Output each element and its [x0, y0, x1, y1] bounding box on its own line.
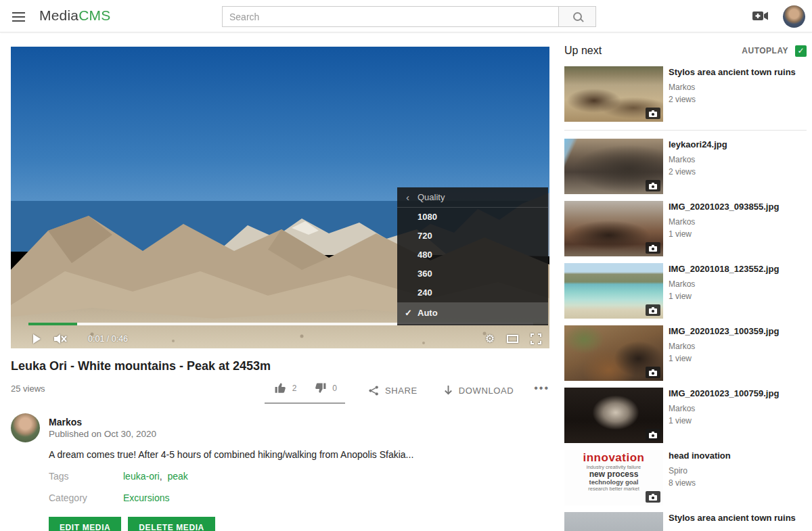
- more-options-button[interactable]: •••: [534, 382, 549, 400]
- dislike-count: 0: [332, 384, 337, 393]
- thumbnail-dark-cave: [564, 388, 663, 443]
- list-item-5[interactable]: IMG_20201023_100359.jpgMarkos1 view: [564, 325, 807, 381]
- up-next-sidebar: Up next AUTOPLAY ✓ Stylos area ancient t…: [564, 42, 807, 531]
- play-button[interactable]: [31, 333, 42, 344]
- item-author: Markos: [669, 217, 779, 227]
- list-item-7[interactable]: innovation industry creativity failure n…: [564, 450, 807, 505]
- list-item-1[interactable]: Stylos area ancient town ruinsMarkos2 vi…: [564, 66, 807, 122]
- list-item-4[interactable]: IMG_20201018_123552.jpgMarkos1 view: [564, 263, 807, 319]
- logo[interactable]: MediaCMS: [39, 7, 110, 24]
- search-input[interactable]: [222, 6, 558, 27]
- quality-option-720[interactable]: 720: [397, 227, 548, 246]
- item-title[interactable]: Stylos area ancient town ruins: [669, 67, 796, 78]
- list-item-3[interactable]: IMG_20201023_093855.jpgMarkos1 view: [564, 201, 807, 256]
- rating-group: 2 0: [265, 377, 345, 404]
- video-title: Leuka Ori - White mountains - Peak at 24…: [11, 359, 271, 373]
- quality-option-auto[interactable]: ✓ Auto: [397, 302, 548, 324]
- item-views: 2 views: [669, 95, 796, 104]
- category-value: Excursions: [123, 492, 169, 503]
- up-next-title: Up next: [564, 45, 602, 57]
- time-display: 0:01 / 0:46: [88, 334, 128, 344]
- thumbnail-beach: [564, 263, 663, 319]
- user-avatar[interactable]: [783, 5, 805, 28]
- logo-media: Media: [39, 7, 78, 23]
- thumbnail-ruins: [564, 66, 663, 122]
- item-author: Markos: [669, 83, 796, 92]
- category-link-excursions[interactable]: Excursions: [123, 492, 169, 503]
- download-icon: [443, 385, 453, 396]
- logo-cms: CMS: [78, 7, 110, 23]
- divider: [564, 130, 807, 131]
- camera-icon: [649, 245, 657, 252]
- thumbs-down-icon: [314, 382, 327, 394]
- item-title[interactable]: IMG_20201018_123552.jpg: [669, 264, 779, 275]
- thumbnail-misty-ruins: [564, 512, 663, 531]
- quality-option-1080[interactable]: 1080: [397, 208, 548, 227]
- camera-icon: [649, 307, 657, 314]
- list-item-2[interactable]: leykaori24.jpgMarkos2 views: [564, 139, 807, 194]
- item-title[interactable]: IMG_20201023_093855.jpg: [669, 202, 779, 212]
- delete-media-button[interactable]: DELETE MEDIA: [128, 517, 215, 531]
- item-author: Markos: [669, 404, 779, 413]
- list-item-6[interactable]: IMG_20201023_100759.jpgMarkos1 view: [564, 388, 807, 443]
- camera-badge: [646, 367, 660, 378]
- tags-list: leuka-ori, peak: [123, 471, 188, 482]
- quality-option-480[interactable]: 480: [397, 246, 548, 264]
- video-player[interactable]: ‹ Quality 1080 720 480 360 240 ✓ Auto 0:…: [11, 47, 549, 348]
- author-avatar[interactable]: [11, 413, 40, 442]
- list-item-8[interactable]: Stylos area ancient town ruins: [564, 512, 807, 531]
- action-bar: 2 0 SHARE DOWNLOAD •••: [11, 377, 549, 404]
- download-button[interactable]: DOWNLOAD: [443, 385, 514, 396]
- thumbs-up-icon: [274, 382, 287, 394]
- camera-badge: [646, 491, 660, 503]
- category-label: Category: [49, 492, 87, 503]
- item-title[interactable]: IMG_20201023_100759.jpg: [669, 388, 779, 399]
- author-name[interactable]: Markos: [49, 417, 82, 428]
- item-title[interactable]: head inovation: [669, 451, 731, 461]
- menu-icon[interactable]: [12, 9, 26, 23]
- back-chevron-icon: ‹: [406, 191, 409, 203]
- tag-link-leuka-ori[interactable]: leuka-ori: [123, 471, 160, 482]
- edit-media-button[interactable]: EDIT MEDIA: [49, 517, 121, 531]
- item-author: Markos: [669, 155, 727, 164]
- autoplay-control: AUTOPLAY ✓: [742, 45, 807, 57]
- dislike-button[interactable]: 0: [314, 382, 337, 394]
- item-views: 1 view: [669, 292, 779, 301]
- share-button[interactable]: SHARE: [368, 385, 418, 396]
- camera-badge: [646, 180, 660, 191]
- quality-menu-title: Quality: [418, 192, 445, 202]
- camera-icon: [649, 369, 657, 376]
- like-button[interactable]: 2: [274, 382, 297, 394]
- camera-badge: [646, 429, 660, 440]
- quality-option-360[interactable]: 360: [397, 264, 548, 283]
- share-label: SHARE: [385, 386, 418, 396]
- theater-mode-icon[interactable]: [507, 335, 518, 343]
- item-views: 1 view: [669, 416, 779, 425]
- thumbnail-leykaori: [564, 139, 663, 194]
- item-title[interactable]: leykaori24.jpg: [669, 139, 727, 150]
- tag-link-peak[interactable]: peak: [167, 471, 187, 482]
- autoplay-checkbox[interactable]: ✓: [795, 45, 807, 57]
- camera-icon: [649, 494, 657, 501]
- progress-played: [28, 323, 77, 325]
- fullscreen-icon[interactable]: [531, 333, 541, 344]
- tags-label: Tags: [49, 471, 69, 482]
- camera-icon: [649, 432, 657, 438]
- quality-menu-back[interactable]: ‹ Quality: [397, 187, 548, 208]
- item-title[interactable]: IMG_20201023_100359.jpg: [669, 326, 779, 337]
- search-button[interactable]: [558, 6, 596, 27]
- item-author: Markos: [669, 342, 779, 351]
- check-icon: ✓: [405, 302, 412, 324]
- thumbnail-word-cloud: innovation industry creativity failure n…: [564, 450, 663, 505]
- quality-option-240[interactable]: 240: [397, 283, 548, 302]
- camera-icon: [649, 110, 657, 117]
- item-title[interactable]: Stylos area ancient town ruins: [669, 513, 796, 524]
- video-description: A dream comes true! After 4-5 hours of c…: [49, 449, 468, 460]
- mute-icon[interactable]: [53, 333, 68, 345]
- item-views: 2 views: [669, 167, 727, 177]
- upload-media-icon[interactable]: [752, 10, 769, 22]
- download-label: DOWNLOAD: [459, 386, 514, 396]
- media-buttons: EDIT MEDIA DELETE MEDIA: [49, 517, 215, 531]
- settings-gear-icon[interactable]: ⚙: [485, 333, 495, 344]
- like-count: 2: [292, 384, 297, 393]
